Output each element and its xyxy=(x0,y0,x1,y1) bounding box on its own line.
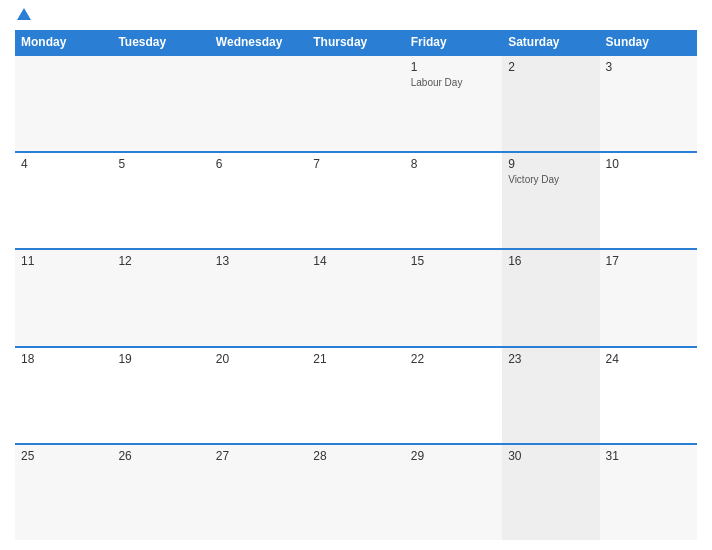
day-number: 8 xyxy=(411,157,496,171)
day-number: 17 xyxy=(606,254,691,268)
calendar: Monday Tuesday Wednesday Thursday Friday… xyxy=(15,30,697,540)
day-number: 10 xyxy=(606,157,691,171)
calendar-cell: 25 xyxy=(15,445,112,540)
calendar-cell: 31 xyxy=(600,445,697,540)
calendar-cell: 16 xyxy=(502,250,599,345)
calendar-cell: 29 xyxy=(405,445,502,540)
day-number: 24 xyxy=(606,352,691,366)
calendar-cell: 14 xyxy=(307,250,404,345)
calendar-cell xyxy=(15,56,112,151)
calendar-body: 1Labour Day23456789Victory Day1011121314… xyxy=(15,54,697,540)
header-friday: Friday xyxy=(405,30,502,54)
calendar-week-1: 1Labour Day23 xyxy=(15,54,697,151)
header-wednesday: Wednesday xyxy=(210,30,307,54)
calendar-week-2: 456789Victory Day10 xyxy=(15,151,697,248)
day-number: 14 xyxy=(313,254,398,268)
calendar-cell xyxy=(112,56,209,151)
day-number: 12 xyxy=(118,254,203,268)
calendar-cell: 27 xyxy=(210,445,307,540)
page: Monday Tuesday Wednesday Thursday Friday… xyxy=(0,0,712,550)
day-number: 4 xyxy=(21,157,106,171)
header-saturday: Saturday xyxy=(502,30,599,54)
calendar-cell: 11 xyxy=(15,250,112,345)
header-monday: Monday xyxy=(15,30,112,54)
calendar-cell: 2 xyxy=(502,56,599,151)
calendar-cell: 7 xyxy=(307,153,404,248)
calendar-cell: 15 xyxy=(405,250,502,345)
calendar-week-4: 18192021222324 xyxy=(15,346,697,443)
calendar-cell: 1Labour Day xyxy=(405,56,502,151)
calendar-cell: 9Victory Day xyxy=(502,153,599,248)
day-number: 7 xyxy=(313,157,398,171)
logo-triangle-icon xyxy=(17,8,31,20)
holiday-label: Labour Day xyxy=(411,77,496,88)
day-number: 18 xyxy=(21,352,106,366)
calendar-cell: 3 xyxy=(600,56,697,151)
calendar-week-3: 11121314151617 xyxy=(15,248,697,345)
day-number: 13 xyxy=(216,254,301,268)
day-number: 20 xyxy=(216,352,301,366)
holiday-label: Victory Day xyxy=(508,174,593,185)
calendar-cell xyxy=(307,56,404,151)
day-number: 27 xyxy=(216,449,301,463)
calendar-cell: 20 xyxy=(210,348,307,443)
day-number: 19 xyxy=(118,352,203,366)
day-number: 30 xyxy=(508,449,593,463)
day-number: 11 xyxy=(21,254,106,268)
day-number: 2 xyxy=(508,60,593,74)
header-sunday: Sunday xyxy=(600,30,697,54)
day-number: 23 xyxy=(508,352,593,366)
calendar-cell: 17 xyxy=(600,250,697,345)
header-tuesday: Tuesday xyxy=(112,30,209,54)
calendar-header: Monday Tuesday Wednesday Thursday Friday… xyxy=(15,30,697,54)
calendar-cell: 19 xyxy=(112,348,209,443)
header-thursday: Thursday xyxy=(307,30,404,54)
calendar-cell: 12 xyxy=(112,250,209,345)
day-number: 15 xyxy=(411,254,496,268)
calendar-cell: 10 xyxy=(600,153,697,248)
logo xyxy=(15,10,31,22)
day-number: 5 xyxy=(118,157,203,171)
calendar-cell: 13 xyxy=(210,250,307,345)
calendar-cell: 26 xyxy=(112,445,209,540)
calendar-cell xyxy=(210,56,307,151)
calendar-cell: 23 xyxy=(502,348,599,443)
calendar-cell: 24 xyxy=(600,348,697,443)
calendar-week-5: 25262728293031 xyxy=(15,443,697,540)
day-number: 1 xyxy=(411,60,496,74)
day-number: 25 xyxy=(21,449,106,463)
header xyxy=(15,10,697,22)
calendar-cell: 22 xyxy=(405,348,502,443)
day-number: 21 xyxy=(313,352,398,366)
day-number: 6 xyxy=(216,157,301,171)
day-number: 16 xyxy=(508,254,593,268)
day-number: 9 xyxy=(508,157,593,171)
calendar-cell: 6 xyxy=(210,153,307,248)
day-number: 29 xyxy=(411,449,496,463)
day-number: 22 xyxy=(411,352,496,366)
calendar-cell: 21 xyxy=(307,348,404,443)
calendar-cell: 28 xyxy=(307,445,404,540)
calendar-cell: 18 xyxy=(15,348,112,443)
day-number: 28 xyxy=(313,449,398,463)
calendar-cell: 8 xyxy=(405,153,502,248)
day-number: 3 xyxy=(606,60,691,74)
calendar-cell: 5 xyxy=(112,153,209,248)
calendar-cell: 4 xyxy=(15,153,112,248)
day-number: 26 xyxy=(118,449,203,463)
day-number: 31 xyxy=(606,449,691,463)
calendar-cell: 30 xyxy=(502,445,599,540)
